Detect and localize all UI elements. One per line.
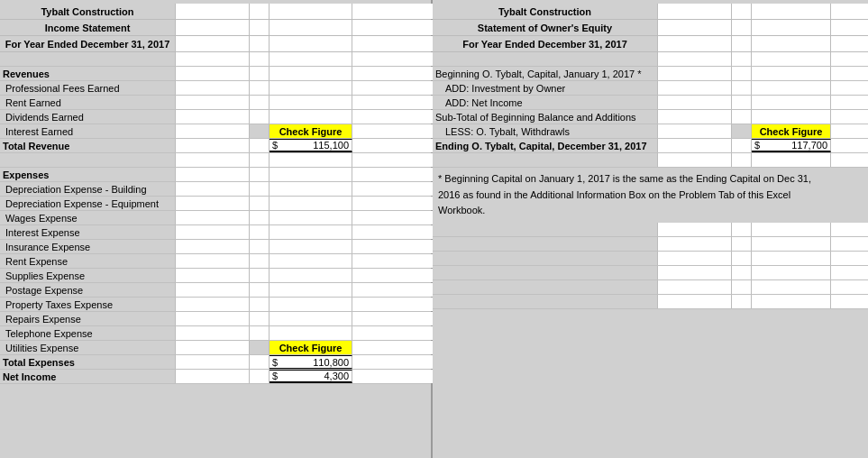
ending-amount: 117,700 — [763, 140, 827, 151]
total-expenses-amount: 110,800 — [281, 357, 349, 368]
total-expenses-dollar: $ — [272, 357, 278, 368]
expense-item-0: Depreciation Expense - Building — [0, 182, 176, 196]
revenue-input-0[interactable] — [176, 81, 250, 95]
net-income-dollar: $ — [272, 371, 278, 381]
left-col2-h1 — [176, 4, 250, 19]
expense-item-7: Postage Expense — [0, 283, 176, 297]
expense-item-2: Wages Expense — [0, 211, 176, 224]
expense-input-9[interactable] — [176, 312, 250, 325]
right-item-3: Sub-Total of Beginning Balance and Addit… — [433, 110, 658, 124]
revenue-input-1[interactable] — [176, 96, 250, 109]
right-input-4[interactable] — [658, 124, 732, 138]
revenue-item-1: Rent Earned — [0, 96, 176, 109]
total-revenue-dollar: $ — [272, 140, 278, 151]
left-col4-h3 — [270, 36, 352, 51]
revenue-item-2: Dividends Earned — [0, 110, 176, 124]
right-item-2: ADD: Net Income — [433, 96, 658, 109]
expense-input-11[interactable] — [176, 341, 250, 354]
expense-input-7[interactable] — [176, 283, 250, 297]
left-col3-h1 — [250, 4, 270, 19]
expense-input-2[interactable] — [176, 211, 250, 224]
revenue-input-2[interactable] — [176, 110, 250, 124]
ending-dollar: $ — [754, 140, 760, 151]
left-col3-h3 — [250, 36, 270, 51]
expense-input-8[interactable] — [176, 298, 250, 311]
right-item-1: ADD: Investment by Owner — [433, 81, 658, 95]
revenue-item-0: Professional Fees Earned — [0, 81, 176, 95]
expense-input-1[interactable] — [176, 197, 250, 210]
right-input-2[interactable] — [658, 96, 732, 109]
revenue-item-3: Interest Earned — [0, 124, 176, 138]
expense-input-10[interactable] — [176, 326, 250, 340]
expense-input-6[interactable] — [176, 269, 250, 282]
blank-row-left — [0, 52, 176, 66]
expense-item-10: Telephone Expense — [0, 326, 176, 340]
left-col5-h1 — [352, 4, 433, 19]
expense-item-3: Interest Expense — [0, 225, 176, 239]
left-header-line1: Tybalt Construction — [0, 4, 176, 19]
net-income-label: Net Income — [0, 370, 176, 383]
total-revenue-label: Total Revenue — [0, 139, 176, 152]
expenses-label: Expenses — [0, 168, 176, 181]
right-input-3[interactable] — [752, 110, 831, 124]
left-col2-h2 — [176, 20, 250, 35]
expense-item-5: Rent Expense — [0, 254, 176, 268]
revenues-label: Revenues — [0, 67, 176, 80]
right-item-0: Beginning O. Tybalt, Capital, January 1,… — [433, 67, 658, 80]
right-header-line3: For Year Ended December 31, 2017 — [433, 36, 658, 51]
net-income-amount: 4,300 — [281, 371, 349, 381]
left-header-line3: For Year Ended December 31, 2017 — [0, 36, 176, 51]
expense-input-3[interactable] — [176, 225, 250, 239]
left-col3-h2 — [250, 20, 270, 35]
left-header-line2: Income Statement — [0, 20, 176, 35]
left-col4-h1 — [270, 4, 352, 19]
expense-item-11: Utilities Expense — [0, 341, 176, 354]
note-text: * Beginning Capital on January 1, 2017 i… — [438, 171, 835, 219]
check-figure-label-1: Check Figure — [270, 124, 352, 138]
expense-input-5[interactable] — [176, 254, 250, 268]
expense-item-9: Repairs Expense — [0, 312, 176, 325]
total-expenses-label: Total Expenses — [0, 355, 176, 369]
expense-input-4[interactable] — [176, 240, 250, 253]
left-col5-h3 — [352, 36, 433, 51]
right-header-line1: Tybalt Construction — [433, 4, 658, 19]
expense-item-1: Depreciation Expense - Equipment — [0, 197, 176, 210]
right-item-5: Ending O. Tybalt, Capital, December 31, … — [433, 139, 658, 152]
left-col4-h2 — [270, 20, 352, 35]
left-col5-h2 — [352, 20, 433, 35]
expense-item-6: Supplies Expense — [0, 269, 176, 282]
check-figure-label-2: Check Figure — [270, 341, 352, 354]
right-check-figure-label: Check Figure — [752, 124, 831, 138]
right-header-line2: Statement of Owner's Equity — [433, 20, 658, 35]
left-col2-h3 — [176, 36, 250, 51]
right-input-1[interactable] — [658, 81, 732, 95]
right-item-4: LESS: O. Tybalt, Withdrawls — [433, 124, 658, 138]
revenue-input-3[interactable] — [176, 124, 250, 138]
expense-item-4: Insurance Expense — [0, 240, 176, 253]
right-input-0[interactable] — [658, 67, 732, 80]
expense-input-0[interactable] — [176, 182, 250, 196]
total-revenue-amount: 115,100 — [281, 140, 349, 151]
expense-item-8: Property Taxes Expense — [0, 298, 176, 311]
